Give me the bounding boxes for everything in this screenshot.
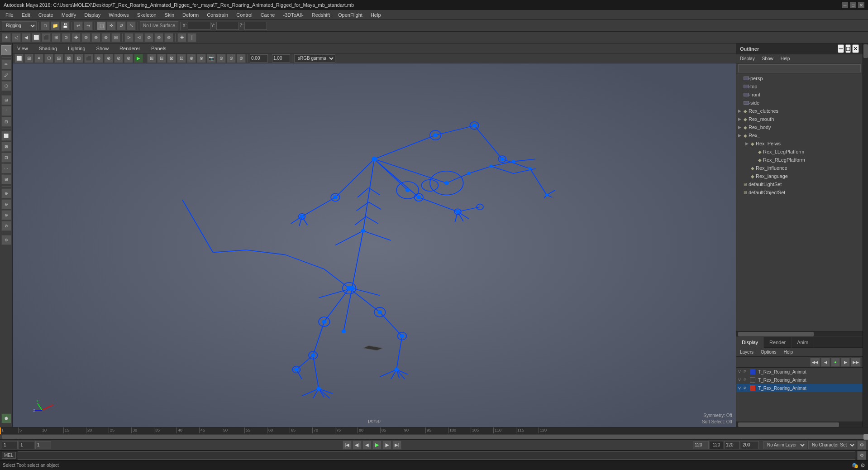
- shelf-btn-16[interactable]: ⊜: [154, 33, 163, 42]
- outliner-item-rex-clutches[interactable]: ▶ ◆ Rex_clutches: [736, 107, 863, 115]
- shelf-btn-13[interactable]: ⊳: [124, 33, 134, 42]
- select-tool[interactable]: ↖: [1, 45, 11, 55]
- range-right-handle[interactable]: [863, 434, 868, 440]
- layer-tab-anim[interactable]: Anim: [792, 337, 814, 348]
- anim-layer-select[interactable]: No Anim Layer: [763, 441, 806, 449]
- menu-edit[interactable]: Edit: [18, 11, 34, 19]
- vp-tb-8[interactable]: ⬛: [84, 54, 93, 63]
- outliner-maximize[interactable]: □: [845, 44, 851, 53]
- layer-row-1[interactable]: V P T_Rex_Roaring_Animat: [736, 368, 863, 376]
- layer-tab-display[interactable]: Display: [736, 337, 764, 348]
- new-scene-btn[interactable]: 🗋: [41, 21, 50, 30]
- vscroll-thumb[interactable]: [863, 44, 868, 58]
- outliner-tree[interactable]: persp top front side: [736, 73, 863, 331]
- timeline-settings-btn[interactable]: ⚙: [857, 441, 866, 450]
- vp-tb-7[interactable]: ⊡: [74, 54, 83, 63]
- vp-tb-4[interactable]: ⬡: [44, 54, 53, 63]
- outliner-item-top[interactable]: top: [736, 82, 863, 91]
- shelf-btn-4[interactable]: ⬜: [32, 33, 41, 42]
- vp-tb-19[interactable]: ⊘: [217, 54, 226, 63]
- shelf-btn-6[interactable]: ⊞: [52, 33, 61, 42]
- shelf-btn-9[interactable]: ⊚: [81, 33, 91, 42]
- shelf-btn-15[interactable]: ⊘: [144, 33, 153, 42]
- shelf-btn-11[interactable]: ⊗: [101, 33, 110, 42]
- vp-tb-render[interactable]: ▶: [134, 54, 143, 63]
- select-btn[interactable]: ⬚: [97, 21, 106, 30]
- go-start-btn[interactable]: |◀: [343, 441, 352, 450]
- vp-val2[interactable]: [272, 54, 290, 62]
- outliner-item-rex-rlegplatform[interactable]: ◆ Rex_RLegPlatform: [736, 156, 863, 164]
- y-input[interactable]: [216, 22, 239, 30]
- vp-tb-18[interactable]: ⊗: [197, 54, 206, 63]
- shelf-btn-18[interactable]: ✚: [177, 33, 186, 42]
- shelf-btn-14[interactable]: ⊲: [134, 33, 143, 42]
- play-back-btn[interactable]: ◀: [362, 441, 372, 450]
- vp-tb-17[interactable]: ⊕: [187, 54, 196, 63]
- outliner-item-side[interactable]: side: [736, 99, 863, 107]
- tool-f[interactable]: ⊕: [1, 188, 11, 198]
- tool-g[interactable]: ⊖: [1, 199, 11, 209]
- tool-d[interactable]: ⋯: [1, 163, 11, 173]
- vp-tb-9[interactable]: ⊕: [94, 54, 103, 63]
- open-btn[interactable]: 📁: [51, 21, 60, 30]
- vp-tb-6[interactable]: ⊠: [64, 54, 73, 63]
- vp-tb-14[interactable]: ⊟: [157, 54, 166, 63]
- scale-btn[interactable]: ⤡: [127, 21, 136, 30]
- layer-menu-layers[interactable]: Layers: [738, 349, 755, 355]
- layer-row-3[interactable]: V P T_Rex_Roaring_Animat: [736, 384, 863, 392]
- outliner-search-input[interactable]: [738, 64, 861, 72]
- shelf-btn-8[interactable]: ✤: [72, 33, 81, 42]
- save-btn[interactable]: 💾: [61, 21, 70, 30]
- vp-menu-lighting[interactable]: Lighting: [65, 45, 88, 52]
- z-input[interactable]: [244, 22, 267, 30]
- range-bar[interactable]: [0, 434, 868, 439]
- vp-tb-13[interactable]: ⊞: [147, 54, 156, 63]
- menu-3dtoall[interactable]: -3DToAll-: [279, 11, 307, 19]
- outliner-hscrollbar[interactable]: [736, 331, 863, 336]
- move-btn[interactable]: ✛: [107, 21, 116, 30]
- shelf-btn-7[interactable]: ⊙: [62, 33, 71, 42]
- vp-tb-5[interactable]: ⊟: [54, 54, 63, 63]
- outliner-close[interactable]: ✕: [852, 44, 859, 53]
- outliner-item-rex-body[interactable]: ▶ ◆ Rex_body: [736, 123, 863, 131]
- outliner-item-rex-influence[interactable]: ◆ Rex_influence: [736, 164, 863, 172]
- vp-tb-16[interactable]: ⊡: [177, 54, 186, 63]
- tool-i[interactable]: ⊘: [1, 221, 11, 231]
- layer-menu-help[interactable]: Help: [782, 349, 795, 355]
- current-frame-input[interactable]: [19, 441, 34, 449]
- layer-ctrl-2[interactable]: ◀: [821, 358, 830, 367]
- outliner-item-rex-llegplatform[interactable]: ◆ Rex_LLegPlatform: [736, 148, 863, 156]
- character-set-select[interactable]: No Character Set: [808, 441, 856, 449]
- shelf-btn-2[interactable]: ◁: [12, 33, 21, 42]
- layer-ctrl-3[interactable]: ●: [831, 358, 840, 367]
- cloth-tool[interactable]: ⬡: [1, 81, 11, 91]
- x-input[interactable]: [188, 22, 210, 30]
- menu-modify[interactable]: Modify: [58, 11, 80, 19]
- tool-e[interactable]: ⊞: [1, 174, 11, 184]
- outliner-item-rex[interactable]: ▶ ◆ Rex_: [736, 131, 863, 139]
- menu-display[interactable]: Display: [81, 11, 104, 19]
- vp-tb-cam[interactable]: 📷: [207, 54, 216, 63]
- shelf-btn-19[interactable]: |: [187, 33, 196, 42]
- start-frame-input[interactable]: [2, 441, 18, 449]
- layer-ctrl-1[interactable]: ◀◀: [810, 358, 820, 367]
- paint-tool[interactable]: ✏: [1, 59, 11, 69]
- outliner-item-rex-pelvis[interactable]: ▶ ◆ Rex_Pelvis: [736, 139, 863, 148]
- vp-menu-panels[interactable]: Panels: [148, 45, 169, 52]
- outliner-item-front[interactable]: front: [736, 91, 863, 99]
- menu-deform[interactable]: Deform: [179, 11, 202, 19]
- vp-tb-1[interactable]: ⬜: [14, 54, 24, 63]
- layer-ctrl-4[interactable]: ▶: [841, 358, 850, 367]
- vp-menu-show[interactable]: Show: [94, 45, 112, 52]
- go-end-btn[interactable]: ▶|: [392, 441, 401, 450]
- outliner-menu-display[interactable]: Display: [738, 55, 757, 62]
- layer-menu-options[interactable]: Options: [759, 349, 778, 355]
- outliner-item-persp[interactable]: persp: [736, 74, 863, 82]
- outliner-item-rex-language[interactable]: ◆ Rex_language: [736, 172, 863, 180]
- vp-tb-10[interactable]: ⊗: [104, 54, 113, 63]
- menu-windows[interactable]: Windows: [105, 11, 133, 19]
- maximize-button[interactable]: □: [850, 2, 856, 8]
- minimize-button[interactable]: ─: [842, 2, 848, 8]
- menu-control[interactable]: Control: [233, 11, 256, 19]
- shelf-btn-10[interactable]: ⊕: [91, 33, 100, 42]
